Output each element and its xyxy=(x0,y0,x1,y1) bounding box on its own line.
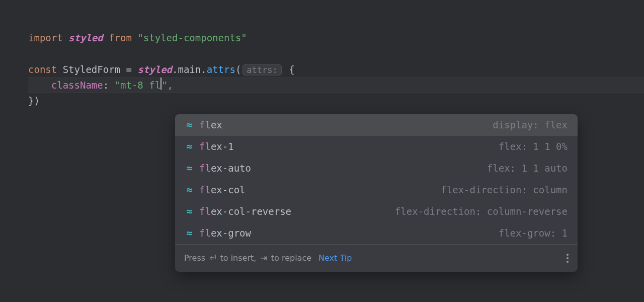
autocomplete-label: flex xyxy=(199,117,222,133)
method-attrs: attrs xyxy=(207,64,235,75)
tab-key-icon: ⇥ xyxy=(260,252,267,265)
tailwind-icon: ≈ xyxy=(182,182,194,198)
autocomplete-label: flex-1 xyxy=(199,139,234,155)
code-line-5: }) xyxy=(28,93,644,109)
code-line-4: className: "mt-8 fl", xyxy=(28,78,644,93)
autocomplete-desc: flex-direction: column xyxy=(441,182,568,198)
autocomplete-footer: Press ⏎ to insert, ⇥ to replace Next Tip xyxy=(175,244,578,272)
property-main: main xyxy=(178,64,201,75)
autocomplete-label: flex-grow xyxy=(199,225,251,241)
tailwind-icon: ≈ xyxy=(182,225,194,242)
tailwind-icon: ≈ xyxy=(182,138,194,155)
footer-insert-text: to insert, xyxy=(220,252,257,265)
autocomplete-item[interactable]: ≈ flex-1 flex: 1 1 0% xyxy=(175,136,578,158)
autocomplete-desc: flex: 1 1 0% xyxy=(499,139,568,155)
autocomplete-item[interactable]: ≈ flex-col flex-direction: column xyxy=(175,179,578,201)
autocomplete-item[interactable]: ≈ flex-col-reverse flex-direction: colum… xyxy=(175,201,578,222)
autocomplete-item[interactable]: ≈ flex-grow flex-grow: 1 xyxy=(175,222,578,244)
footer-replace-text: to replace xyxy=(271,252,311,265)
string-module: "styled-components" xyxy=(137,32,247,43)
tailwind-icon: ≈ xyxy=(182,203,194,220)
autocomplete-desc: flex-grow: 1 xyxy=(499,225,568,241)
tailwind-icon: ≈ xyxy=(182,160,194,177)
code-line-1: import styled from "styled-components" xyxy=(28,30,644,46)
autocomplete-label: flex-auto xyxy=(199,161,251,176)
code-line-3: const StyledForm = styled.main.attrs(att… xyxy=(28,62,644,78)
autocomplete-popup[interactable]: ≈ flex display: flex ≈ flex-1 flex: 1 1 … xyxy=(175,114,578,272)
code-line-blank xyxy=(28,46,644,61)
footer-press-text: Press xyxy=(184,252,205,265)
code-editor[interactable]: import styled from "styled-components" c… xyxy=(0,0,644,109)
keyword-from: from xyxy=(109,32,132,43)
autocomplete-item[interactable]: ≈ flex display: flex xyxy=(175,114,578,136)
next-tip-link[interactable]: Next Tip xyxy=(318,252,352,265)
keyword-const: const xyxy=(28,64,57,75)
autocomplete-desc: flex: 1 1 auto xyxy=(487,161,568,176)
autocomplete-desc: display: flex xyxy=(493,117,568,133)
object-styled: styled xyxy=(137,64,172,75)
string-classname-value: "mt-8 fl xyxy=(115,80,161,91)
keyword-import: import xyxy=(28,32,63,43)
import-styled: styled xyxy=(68,32,103,43)
identifier-styledform: StyledForm xyxy=(63,64,120,75)
more-options-icon[interactable] xyxy=(567,254,569,263)
tailwind-icon: ≈ xyxy=(182,117,194,133)
autocomplete-label: flex-col-reverse xyxy=(199,204,291,219)
parameter-hint: attrs: xyxy=(243,64,281,76)
autocomplete-item[interactable]: ≈ flex-auto flex: 1 1 auto xyxy=(175,158,578,179)
autocomplete-label: flex-col xyxy=(199,182,246,198)
autocomplete-desc: flex-direction: column-reverse xyxy=(395,204,568,219)
property-classname: className xyxy=(51,80,103,91)
enter-key-icon: ⏎ xyxy=(209,252,216,265)
